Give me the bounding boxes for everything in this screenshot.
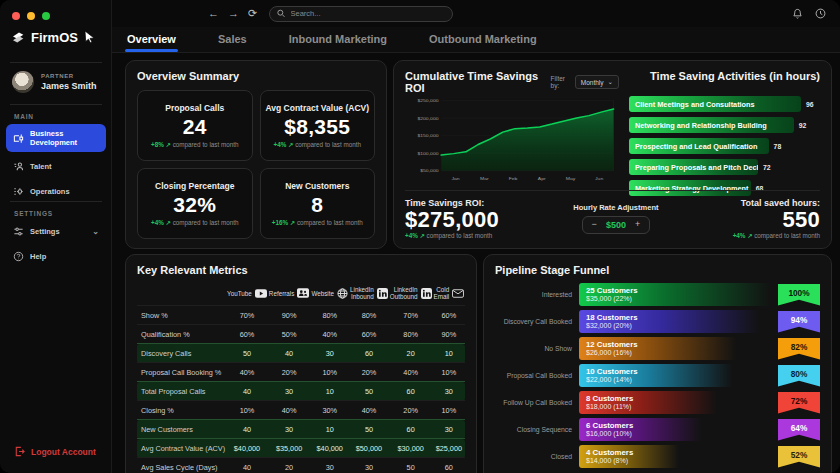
- funnel-percent-badge: 72%: [778, 392, 820, 414]
- chevron-down-icon: ⌄: [92, 227, 99, 236]
- window-controls: [12, 12, 50, 20]
- trend-up-icon: ↗: [166, 141, 171, 148]
- chevron-down-icon: ⌄: [608, 78, 613, 86]
- referrals-icon: [297, 288, 309, 298]
- clock-icon[interactable]: [815, 8, 826, 19]
- funnel-amount: $16,000 (10%): [586, 430, 771, 437]
- table-cell: 60: [389, 382, 433, 401]
- partner-profile: PARTNER James Smith: [12, 71, 97, 93]
- close-window-button[interactable]: [12, 12, 20, 20]
- table-cell: 20%: [389, 401, 433, 420]
- rate-decrease-button[interactable]: −: [592, 220, 597, 229]
- table-cell: 10: [310, 420, 349, 439]
- back-button[interactable]: ←: [208, 7, 219, 20]
- table-cell: 40%: [349, 401, 389, 420]
- table-cell: 50%: [268, 325, 311, 344]
- funnel-stage-row: Follow Up Call Booked 8 Customers $18,00…: [495, 391, 820, 414]
- table-cell: 80%: [349, 306, 389, 325]
- tab-inbound-marketing[interactable]: Inbound Marketing: [287, 27, 389, 52]
- sidebar-item-label: Talent: [30, 162, 52, 171]
- sidebar-item-operations[interactable]: Operations: [6, 181, 106, 202]
- funnel-customers: 4 Customers: [586, 449, 771, 457]
- forward-button[interactable]: →: [228, 7, 239, 20]
- funnel-percent-badge: 94%: [778, 311, 820, 333]
- column-header-linkedin-outbound: LinkedIn Outbound: [389, 282, 433, 306]
- trend-up-icon: ↗: [288, 141, 293, 148]
- table-header-row: YouTubeReferralsWebsiteLinkedIn InboundL…: [137, 282, 465, 306]
- minimize-window-button[interactable]: [27, 12, 35, 20]
- partner-name: James Smith: [41, 81, 97, 91]
- sidebar-item-label: Help: [30, 252, 46, 261]
- activity-row: Prospecting and Lead Qualification 78: [629, 138, 820, 154]
- table-row: New Customers403010506030: [137, 420, 465, 439]
- funnel-customers: 18 Customers: [586, 314, 771, 322]
- funnel-bar: 12 Customers $26,000 (16%): [579, 337, 771, 360]
- row-label: New Customers: [137, 420, 226, 439]
- tab-overview[interactable]: Overview: [125, 27, 178, 52]
- trend-up-icon: ↗: [420, 232, 425, 239]
- table-cell: 30%: [310, 401, 349, 420]
- table-cell: 40%: [268, 401, 311, 420]
- settings-icon: [13, 226, 24, 237]
- tab-outbound-marketing[interactable]: Outbound Marketing: [427, 27, 539, 52]
- business-development-icon: [13, 133, 24, 144]
- zoom-window-button[interactable]: [42, 12, 50, 20]
- table-cell: 30: [310, 344, 349, 363]
- table-cell: 60%: [433, 306, 466, 325]
- funnel-stage-row: Proposal Call Booked 10 Customers $22,00…: [495, 364, 820, 387]
- table-cell: 70%: [226, 306, 268, 325]
- table-cell: 30: [268, 382, 311, 401]
- filter-select[interactable]: Monthly ⌄: [575, 75, 619, 89]
- activity-bar: Networking and Relationship Building: [629, 117, 794, 133]
- funnel-percent-badge: 80%: [778, 365, 820, 387]
- funnel-stage-row: No Show 12 Customers $26,000 (16%) 82%: [495, 337, 820, 360]
- globe-icon: [337, 288, 348, 299]
- summary-card-label: Avg Contract Value (ACV): [265, 103, 369, 113]
- key-metrics-title: Key Relevant Metrics: [137, 264, 465, 276]
- table-cell: 20: [268, 458, 311, 473]
- table-cell: 50: [349, 382, 389, 401]
- search-input[interactable]: [291, 9, 446, 18]
- search-bar[interactable]: [269, 6, 453, 22]
- funnel-stage-row: Closed 4 Customers $14,000 (8%) 52%: [495, 445, 820, 468]
- table-cell: 50: [226, 344, 268, 363]
- talent-icon: [13, 161, 24, 172]
- table-row: Show %70%90%80%80%70%60%: [137, 306, 465, 325]
- row-label: Total Proposal Calls: [137, 382, 226, 401]
- table-cell: 10: [310, 382, 349, 401]
- activity-row: Preparing Proposals and Pitch Decks 72: [629, 159, 820, 175]
- funnel-bar: 4 Customers $14,000 (8%): [579, 445, 771, 468]
- funnel-customers: 12 Customers: [586, 341, 771, 349]
- top-bar: ← → ⟳: [112, 0, 840, 27]
- refresh-button[interactable]: ⟳: [248, 7, 257, 20]
- rate-value: $500: [606, 220, 626, 230]
- svg-text:$100,000: $100,000: [417, 151, 439, 156]
- sidebar-item-settings[interactable]: Settings ⌄: [6, 221, 106, 242]
- funnel-stage-row: Discovery Call Booked 18 Customers $32,0…: [495, 310, 820, 333]
- summary-card-new-customers: New Customers 8 +16% ↗ compared to last …: [260, 168, 376, 239]
- rate-increase-button[interactable]: +: [635, 220, 640, 229]
- svg-text:$250,000: $250,000: [417, 98, 439, 103]
- funnel-percent-badge: 52%: [778, 446, 820, 468]
- notifications-bell-icon[interactable]: [792, 8, 803, 20]
- funnel-customers: 10 Customers: [586, 368, 771, 376]
- metrics-table: YouTubeReferralsWebsiteLinkedIn InboundL…: [137, 282, 465, 473]
- sidebar-item-business-development[interactable]: Business Development: [6, 124, 106, 152]
- roi-chart-title: Cumulative Time Savings ROI: [405, 70, 551, 94]
- row-label: Closing %: [137, 401, 226, 420]
- overview-summary-title: Overview Summary: [137, 70, 375, 82]
- brand-name: FirmOS: [31, 30, 78, 45]
- sidebar-item-label: Settings: [30, 227, 60, 236]
- tab-sales[interactable]: Sales: [216, 27, 249, 52]
- activity-hours: 78: [774, 143, 782, 150]
- sidebar-item-talent[interactable]: Talent: [6, 156, 106, 177]
- sidebar-item-help[interactable]: Help: [6, 246, 106, 267]
- table-cell: 30: [310, 458, 349, 473]
- sidebar-item-label: Business Development: [30, 129, 99, 147]
- activity-bar: Preparing Proposals and Pitch Decks: [629, 159, 758, 175]
- logout-button[interactable]: Logout Account: [14, 446, 96, 457]
- table-row: Total Proposal Calls403010506030: [137, 382, 465, 401]
- saved-hours-value: 550: [733, 208, 820, 232]
- funnel-amount: $35,000 (22%): [586, 295, 771, 302]
- table-cell: 20%: [349, 363, 389, 382]
